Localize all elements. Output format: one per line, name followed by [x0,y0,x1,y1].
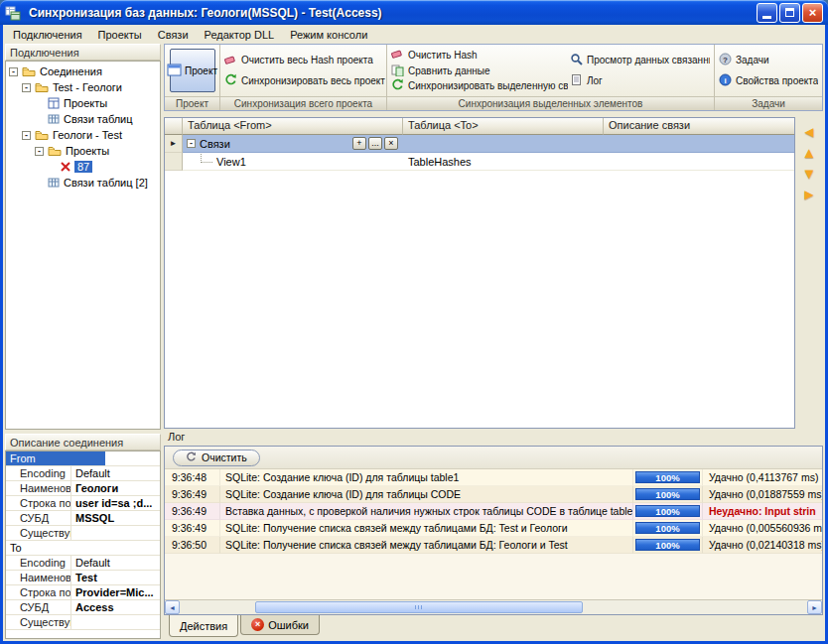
scroll-right-button[interactable]: ► [807,600,822,614]
prop-row-name-to[interactable]: Наименован Test [6,571,160,585]
scrollbar-thumb[interactable] [255,601,583,613]
window-body: Подключения Проекты Связи Редактор DLL Р… [3,25,825,641]
tree-item-geologi-test[interactable]: - Геологи - Test [6,127,160,143]
log-message: SQLite: Создание ключа (ID) для таблицы … [220,469,633,486]
maximize-button[interactable] [779,3,800,23]
minimize-button[interactable] [757,3,777,23]
prop-value[interactable] [71,615,160,629]
project-button[interactable]: Проект [170,49,215,92]
prop-label: Строка под [6,585,71,599]
progress-bar: 100% [635,539,700,551]
clear-all-hash-button[interactable]: Очистить весь Hash проекта [224,53,373,67]
log-message: SQLite: Получение списка связей между та… [220,537,633,554]
tasks-button[interactable]: ? Задачи [719,53,769,67]
menu-item-dll-editor[interactable]: Редактор DLL [197,27,283,43]
prop-row-encoding-to[interactable]: Encoding Default [6,556,160,571]
collapse-icon[interactable]: - [187,139,196,148]
tree-item-projects-1[interactable]: Проекты [6,95,160,111]
compare-data-button[interactable]: Сравнить данные [391,64,568,78]
add-relation-button[interactable]: + [352,137,366,150]
table-icon [48,113,60,125]
tree-item-connections[interactable]: - Соединения [6,64,160,79]
column-header-description[interactable]: Описание связи [604,118,794,135]
prop-value[interactable]: Test [71,571,160,584]
folder-icon [48,145,62,157]
prop-row-dbms-from[interactable]: СУБД MSSQL [6,511,160,526]
column-header-table-to[interactable]: Таблица <To> [403,118,604,135]
tree-item-87[interactable]: 87 [6,159,160,175]
prop-value[interactable]: Default [71,556,160,570]
menu-item-relations[interactable]: Связи [150,27,197,43]
menu-item-connections[interactable]: Подключения [5,27,90,43]
log-horizontal-scrollbar[interactable]: ◄ ► [165,599,822,614]
log-status: Удачно (0,005560936 ms) [703,520,822,537]
scroll-left-button[interactable]: ◄ [165,600,180,614]
prop-row-encoding-from[interactable]: Encoding Default [6,466,160,481]
log-time: 9:36:49 [165,503,220,520]
table-icon [48,177,60,189]
table-row-links[interactable]: ► - Связи + ... × [165,135,794,153]
folder-icon [35,81,49,93]
column-header-table-from[interactable]: Таблица <From> [183,118,403,135]
prop-row-exists-from[interactable]: Существую [6,526,160,541]
progress-bar: 100% [635,522,700,534]
prop-value[interactable] [71,526,160,540]
prop-value[interactable]: Default [71,466,160,480]
collapse-icon[interactable]: - [9,67,18,76]
project-properties-button[interactable]: i Свойства проекта [719,73,818,88]
prop-row-connstring-to[interactable]: Строка под Provider=Mic... [6,585,160,600]
tree-item-table-links-2[interactable]: Связи таблиц [2] [6,175,160,191]
prop-row-connstring-from[interactable]: Строка под user id=sa ;d... [6,496,160,511]
log-row[interactable]: 9:36:50 SQLite: Получение списка связей … [165,537,822,554]
prop-category-to[interactable]: To [6,541,160,556]
log-row[interactable]: 9:36:49 SQLite: Создание ключа (ID) для … [165,486,822,503]
collapse-icon[interactable]: - [22,131,31,140]
ribbon-caption-tasks: Задачи [715,96,822,110]
move-up-button[interactable]: ▲ [802,146,817,160]
prop-category-from[interactable]: From [6,451,160,466]
button-label: Задачи [736,55,769,65]
prop-row-dbms-to[interactable]: СУБД Access [6,600,160,615]
move-right-button[interactable]: ► [802,188,817,201]
log-panel: Очистить 9:36:48 SQLite: Создание ключа … [164,446,823,615]
sync-selected-button[interactable]: Синхронизировать выделенную связь [391,78,568,93]
prop-label: Encoding [6,466,71,480]
menu-item-projects[interactable]: Проекты [90,27,150,43]
prop-value[interactable]: MSSQL [71,511,160,525]
prop-value[interactable]: user id=sa ;d... [71,496,160,510]
tab-actions[interactable]: Действия [169,615,238,637]
tree-item-test-geologi[interactable]: - Test - Геологи [6,79,160,95]
clear-hash-button[interactable]: Очистить Hash [391,48,568,63]
tab-errors[interactable]: × Ошибки [240,615,320,635]
sync-all-button[interactable]: Синхронизировать весь проект [224,73,385,88]
delete-relation-button[interactable]: × [384,137,398,150]
connection-properties-grid: From Encoding Default Наименован Геологи… [5,451,161,639]
log-row[interactable]: 9:36:48 SQLite: Создание ключа (ID) для … [165,469,822,486]
log-button[interactable]: Лог [570,73,710,88]
collapse-icon[interactable]: - [35,147,44,156]
ribbon-group-project: Проект Проект [165,45,220,110]
scrollbar-track[interactable] [181,600,806,614]
collapse-icon[interactable]: - [22,83,31,92]
move-left-button[interactable]: ◄ [802,125,817,139]
prop-value[interactable]: Access [71,600,160,614]
tree-item-table-links-1[interactable]: Связи таблиц [6,111,160,127]
view-linked-tables-button[interactable]: Просмотр данных связанных таблиц [570,53,710,67]
app-icon [5,5,21,21]
svg-text:i: i [724,76,726,85]
close-button[interactable]: × [802,3,823,23]
ribbon-group-sync-all: Очистить весь Hash проекта Синхронизиров… [220,45,387,110]
log-row[interactable]: 9:36:49 SQLite: Получение списка связей … [165,520,822,537]
title-bar[interactable]: Синхронизация баз данных: Геологи(MSSQL)… [0,0,828,25]
prop-value[interactable]: Provider=Mic... [71,585,160,599]
move-down-button[interactable]: ▼ [802,167,817,181]
prop-value[interactable]: Геологи [71,481,160,495]
table-row-view1[interactable]: View1 TableHashes [165,153,794,171]
tree-item-projects-2[interactable]: - Проекты [6,143,160,159]
clear-log-button[interactable]: Очистить [173,450,260,466]
prop-row-exists-to[interactable]: Существую [6,615,160,630]
more-options-button[interactable]: ... [368,137,382,150]
menu-item-console-mode[interactable]: Режим консоли [282,27,375,43]
prop-row-name-from[interactable]: Наименован Геологи [6,481,160,496]
log-row-error[interactable]: 9:36:49 Вставка данных, с проверкой нали… [165,503,822,520]
